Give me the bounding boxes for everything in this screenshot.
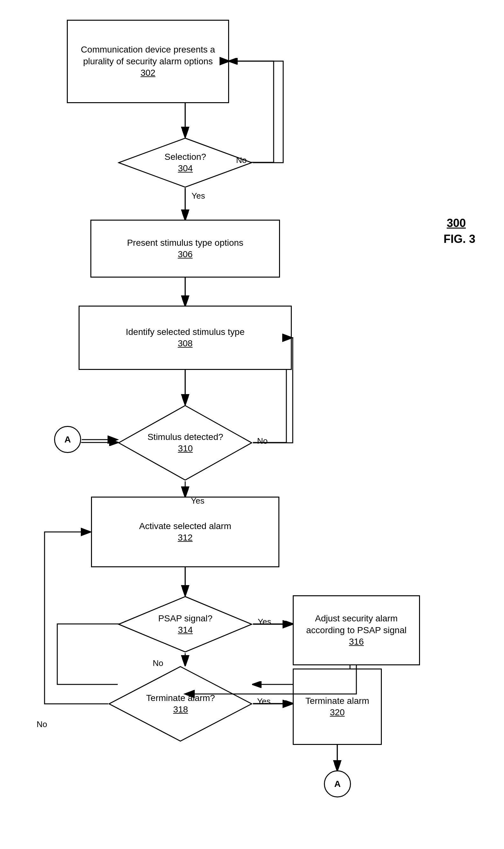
figure-label: FIG. 3	[444, 232, 475, 246]
circle-a-top: A	[54, 426, 81, 453]
diamond-318: Terminate alarm? 318	[108, 665, 253, 742]
label-no-310: No	[257, 436, 268, 446]
flowchart-diagram: Communication device presents a pluralit…	[0, 0, 504, 849]
label-yes-310: Yes	[191, 496, 204, 506]
box-302: Communication device presents a pluralit…	[67, 20, 229, 103]
label-no-314: No	[153, 658, 163, 668]
diamond-304: Selection? 304	[118, 137, 253, 189]
circle-a-bottom: A	[324, 771, 351, 797]
box-312: Activate selected alarm 312	[91, 497, 280, 567]
box-306: Present stimulus type options 306	[90, 220, 280, 278]
diamond-314: PSAP signal? 314	[118, 595, 253, 653]
figure-number: 300	[447, 216, 466, 230]
label-yes-314: Yes	[258, 617, 271, 627]
diamond-310: Stimulus detected? 310	[118, 404, 253, 481]
label-yes-318: Yes	[257, 696, 270, 706]
label-no-304: No	[236, 155, 247, 165]
label-yes-304: Yes	[192, 191, 205, 201]
label-no-318: No	[37, 720, 47, 729]
box-316: Adjust security alarm according to PSAP …	[293, 595, 420, 665]
box-308: Identify selected stimulus type 308	[78, 306, 292, 370]
box-320: Terminate alarm 320	[293, 669, 382, 745]
